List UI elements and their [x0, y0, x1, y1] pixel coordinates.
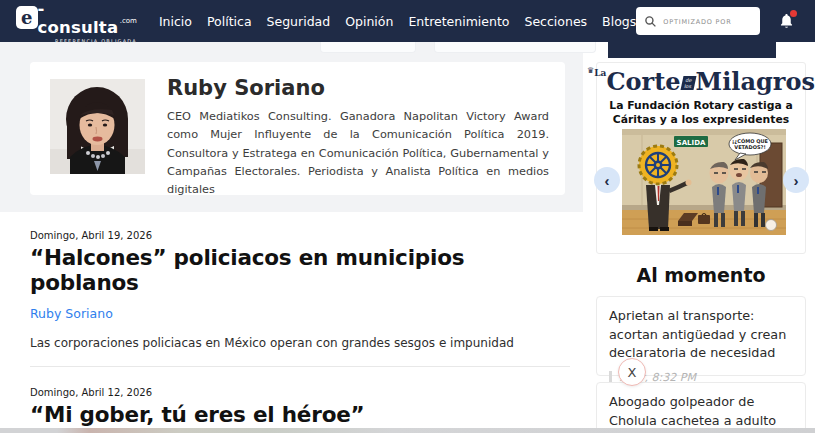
carousel-prev-button[interactable]: ‹: [594, 167, 620, 193]
logo-e-icon: e: [16, 6, 38, 29]
cartoon-image[interactable]: SALIDA: [622, 129, 786, 235]
nav-item-politica[interactable]: Política: [207, 14, 252, 29]
header-artifact-tab: [320, 42, 416, 53]
search-box[interactable]: [636, 7, 760, 35]
top-navbar: e -consulta .com REFERENCIA OBLIGADA Ini…: [0, 0, 815, 42]
author-photo: [50, 79, 145, 174]
cartoon-brand-logo: ♛ La Corte de los Milagros: [597, 70, 805, 94]
article-title-link[interactable]: “Halcones” policiacos en municipios pobl…: [30, 245, 570, 295]
author-bio: CEO Mediatikos Consulting. Ganadora Napo…: [167, 108, 549, 199]
nav-item-blogs[interactable]: Blogs: [602, 14, 636, 29]
article-author-link[interactable]: Ruby Soriano: [30, 306, 570, 321]
main-nav: Inicio Política Seguridad Opinión Entret…: [159, 14, 636, 29]
bottom-edge-strip: [0, 428, 815, 433]
logo-name: -consulta: [38, 0, 120, 37]
search-icon: [644, 15, 657, 28]
site-logo[interactable]: e -consulta .com REFERENCIA OBLIGADA: [16, 0, 137, 44]
cartoon-widget-card: ♛ La Corte de los Milagros La Fundación …: [596, 62, 806, 254]
crown-icon: ♛: [587, 66, 594, 75]
exit-sign-text: SALIDA: [677, 139, 706, 147]
article-date: Domingo, Abril 19, 2026: [30, 230, 570, 241]
al-momento-heading: Al momento: [596, 264, 806, 286]
article-list: Domingo, Abril 19, 2026 “Halcones” polic…: [30, 230, 570, 433]
news-item[interactable]: Abogado golpeador de Cholula cachetea a …: [596, 382, 806, 433]
brand-corte: Corte: [606, 70, 680, 94]
article-divider: [30, 366, 570, 367]
header-dropdown-remnant: [608, 42, 776, 58]
header-artifact-tab: [434, 42, 596, 53]
article-title-link[interactable]: “Mi gober, tú eres el héroe”: [30, 402, 570, 427]
news-title: Abogado golpeador de Cholula cachetea a …: [609, 393, 793, 433]
nav-item-secciones[interactable]: Secciones: [524, 14, 587, 29]
speech-bubble-line2: VETADOS?!: [734, 144, 765, 150]
logo-tld: .com: [120, 17, 137, 25]
nav-item-seguridad[interactable]: Seguridad: [267, 14, 331, 29]
article-item: Domingo, Abril 12, 2026 “Mi gober, tú er…: [30, 387, 570, 433]
carousel-next-button[interactable]: ›: [783, 167, 809, 193]
notification-badge-dot: [790, 10, 797, 17]
brand-flag: de los: [680, 76, 696, 90]
notifications-button[interactable]: [778, 12, 795, 30]
brand-milagros: Milagros: [696, 70, 815, 94]
exit-sign: SALIDA: [674, 136, 708, 147]
author-name: Ruby Soriano: [167, 76, 325, 100]
article-date: Domingo, Abril 12, 2026: [30, 387, 570, 398]
nav-item-entretenimiento[interactable]: Entretenimiento: [408, 14, 509, 29]
author-profile-card: Ruby Soriano CEO Mediatikos Consulting. …: [30, 62, 565, 195]
nav-item-opinion[interactable]: Opinión: [345, 14, 393, 29]
logo-tagline: REFERENCIA OBLIGADA: [16, 38, 137, 44]
news-title: Aprietan al transporte: acortan antigüed…: [609, 307, 793, 363]
rotary-wheel-icon: [639, 146, 677, 184]
article-item: Domingo, Abril 19, 2026 “Halcones” polic…: [30, 230, 570, 350]
search-input[interactable]: [663, 7, 752, 35]
brand-la: La: [594, 68, 606, 78]
artist-signature-mark: [766, 220, 777, 231]
nav-item-inicio[interactable]: Inicio: [159, 14, 192, 29]
close-overlay-button[interactable]: X: [618, 358, 646, 386]
article-summary: Las corporaciones policiacas en México o…: [30, 336, 570, 350]
